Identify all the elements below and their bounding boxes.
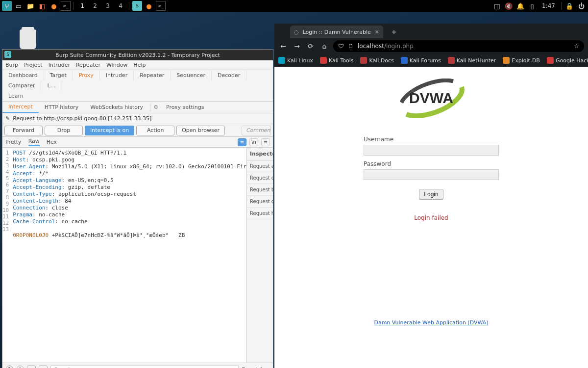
workspace-3[interactable]: 3 [102,2,113,9]
subtab-ws-history[interactable]: WebSockets history [84,102,149,113]
new-tab-button[interactable]: ＋ [386,26,402,38]
dvwa-logo: DVWA [390,79,473,119]
open-browser-button[interactable]: Open browser [176,126,225,135]
lock-icon[interactable]: 🔒 [564,1,574,11]
bookmark-item[interactable]: Kali Docs [360,57,393,64]
options-chip-icon[interactable]: ≡ [261,138,270,146]
close-tab-icon[interactable]: ✕ [375,29,379,35]
inspector-row[interactable]: Request boc [247,184,273,196]
tab-more[interactable]: L… [41,80,62,91]
search-prev-icon[interactable]: ‹ [27,366,36,368]
subtab-http-history[interactable]: HTTP history [39,102,84,113]
menu-help[interactable]: Help [133,62,146,68]
menu-intruder[interactable]: Intruder [49,62,70,68]
comment-field[interactable]: Comment [242,126,271,135]
power-icon[interactable]: ⏻ [576,1,586,11]
site-info-icon[interactable]: 🗋 [348,43,354,50]
viewtab-hex[interactable]: Hex [47,139,57,145]
inspector-panel: Inspector Request att Request que Reques… [246,148,273,363]
tab-proxy[interactable]: Proxy [73,70,100,80]
help-icon[interactable]: ? [5,366,13,368]
intercept-toggle-button[interactable]: Intercept is on [85,126,134,135]
bookmark-item[interactable]: Kali Tools [320,57,353,64]
bookmark-item[interactable]: Kali NetHunter [448,57,496,64]
tab-target[interactable]: Target [44,70,73,80]
gear-icon: ⚙ [151,104,160,110]
username-input[interactable] [364,145,499,156]
http-editor[interactable]: 12345678910111213 POST /s/gts1d4/vsXoQB_… [2,148,246,363]
viewtab-pretty[interactable]: Pretty [5,139,22,145]
menu-project[interactable]: Project [24,62,43,68]
password-input[interactable] [364,169,499,180]
pencil-icon[interactable]: ✎ [5,115,10,122]
notifications-icon[interactable]: 🔔 [515,1,525,11]
search-input[interactable] [50,365,239,368]
burp-title: Burp Suite Community Edition v2023.1.2 -… [55,52,220,58]
bookmark-item[interactable]: Kali Forums [401,57,441,64]
clock[interactable]: 1:47 [539,2,558,9]
inspector-row[interactable]: Request att [247,160,273,172]
password-label: Password [364,160,499,167]
kali-menu-icon[interactable]: ⵖ [2,1,12,11]
volume-muted-icon[interactable]: 🔇 [504,1,514,11]
forward-button[interactable]: Forward [4,126,43,135]
menu-window[interactable]: Window [106,62,127,68]
firefox-icon[interactable]: ● [49,1,59,11]
url-bar[interactable]: 🛡 🗋 localhost/login.php ☆ [333,40,584,52]
reload-icon[interactable]: ⟳ [306,42,316,50]
terminal-icon[interactable]: >_ [61,1,71,11]
tab-comparer[interactable]: Comparer [2,80,41,91]
action-button[interactable]: Action [136,126,174,135]
taskbar-app-burp-icon[interactable]: S [132,1,142,11]
tab-sequencer[interactable]: Sequencer [171,70,212,80]
workspace-2[interactable]: 2 [90,2,100,9]
username-label: Username [364,136,499,143]
file-manager-icon[interactable]: 📁 [25,1,35,11]
wrap-toggle-icon[interactable]: ≡ [238,138,246,146]
bookmark-item[interactable]: Kali Linux [278,57,313,64]
show-desktop-icon[interactable]: ▭ [14,1,24,11]
newline-toggle-icon[interactable]: \n [249,138,258,146]
login-failed-message: Login failed [364,214,499,221]
menu-burp[interactable]: Burp [5,62,18,68]
text-editor-icon[interactable]: ◧ [37,1,47,11]
shield-icon[interactable]: 🛡 [338,43,344,50]
search-settings-icon[interactable]: ⚙ [16,366,24,368]
drop-button[interactable]: Drop [45,126,83,135]
tab-repeater[interactable]: Repeater [134,70,171,80]
battery-icon[interactable]: ▯ [527,1,537,11]
login-form: Username Password Login Login failed [364,131,499,221]
url-path: /login.php [384,43,414,50]
workspace-4[interactable]: 4 [115,2,126,9]
tab-dashboard[interactable]: Dashboard [2,70,44,80]
footer-link[interactable]: Damn Vulnerable Web Application (DVWA) [374,319,488,326]
subtab-proxy-settings[interactable]: Proxy settings [160,102,210,113]
tab-intruder[interactable]: Intruder [100,70,134,80]
bookmark-label: Kali Tools [329,57,353,64]
bookmark-item[interactable]: Google Hacking D [547,57,588,64]
workspace-overview-icon[interactable]: ◫ [492,1,502,11]
subtab-intercept[interactable]: Intercept [2,102,39,113]
login-button[interactable]: Login [419,189,443,200]
taskbar-app-firefox-icon[interactable]: ● [144,1,154,11]
bookmark-label: Kali Linux [287,57,313,64]
inspector-row[interactable]: Request hea [247,208,273,219]
viewtab-raw[interactable]: Raw [28,138,40,146]
taskbar-app-terminal-icon[interactable]: >_ [156,1,166,11]
inspector-row[interactable]: Request que [247,172,273,184]
tab-learn[interactable]: Learn [2,91,273,101]
workspace-1[interactable]: 1 [77,2,88,9]
forward-icon[interactable]: → [292,42,302,50]
bookmark-item[interactable]: Exploit-DB [503,57,540,64]
burp-titlebar[interactable]: S Burp Suite Community Edition v2023.1.2… [2,50,273,60]
inspector-row[interactable]: Request coo [247,196,273,208]
burp-app-icon: S [4,51,11,58]
back-icon[interactable]: ← [278,42,288,50]
browser-tabstrip: ◌ Login :: Damn Vulnerable ✕ ＋ [274,24,588,38]
home-icon[interactable]: ⌂ [319,42,329,50]
search-next-icon[interactable]: › [39,366,48,368]
menu-repeater[interactable]: Repeater [76,62,100,68]
tab-decoder[interactable]: Decoder [212,70,246,80]
browser-tab[interactable]: ◌ Login :: Damn Vulnerable ✕ [290,26,383,38]
bookmark-star-icon[interactable]: ☆ [574,43,579,50]
